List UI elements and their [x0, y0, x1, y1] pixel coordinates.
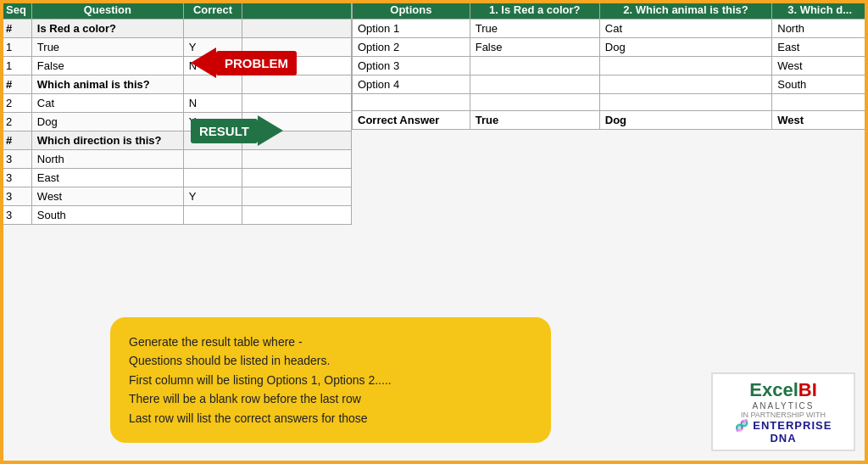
left-table-row: #Which direction is this?: [1, 131, 352, 150]
cell-seq: #: [1, 131, 32, 150]
problem-arrow: PROBLEM: [191, 48, 297, 78]
cell-question: Cat: [31, 94, 183, 113]
cell-seq: 1: [1, 57, 32, 75]
cell-col3: West: [772, 57, 868, 75]
right-table-header-row: Options 1. Is Red a color? 2. Which anim…: [353, 1, 868, 20]
logo-bi: BI: [798, 379, 817, 400]
col-q3: 3. Which d...: [772, 1, 868, 20]
cell-seq: 2: [1, 113, 32, 131]
col-q2: 2. Which animal is this?: [599, 1, 771, 20]
cell-question: Dog: [31, 113, 183, 131]
cell-col3: North: [772, 20, 868, 38]
right-table: Options 1. Is Red a color? 2. Which anim…: [352, 0, 868, 130]
cell-col3: East: [772, 38, 868, 57]
cell-question: North: [31, 150, 183, 169]
cell-col1: [470, 57, 599, 75]
cell-seq: 3: [1, 169, 32, 187]
right-table-row: Option 2FalseDogEast: [353, 38, 868, 57]
logo-analytics: ANALYTICS: [721, 401, 845, 411]
col-seq: Seq: [1, 1, 32, 20]
logo-box: ExcelBI ANALYTICS IN PARTNERSHIP WITH 🧬 …: [711, 372, 855, 451]
cell-col2: [599, 94, 771, 111]
cell-seq: 2: [1, 94, 32, 113]
cell-col1: False: [470, 38, 599, 57]
green-arrow-icon: [258, 115, 283, 146]
cell-arrow-area: [242, 206, 352, 225]
col-q1: 1. Is Red a color?: [470, 1, 599, 20]
cell-col1: True: [470, 111, 599, 130]
left-table-row: 1FalseN: [1, 57, 352, 75]
col-correct: Correct: [183, 1, 242, 20]
left-table-row: 2CatN: [1, 94, 352, 113]
left-table-row: 1TrueY: [1, 38, 352, 57]
left-table-row: #Is Red a color?: [1, 20, 352, 38]
cell-arrow-area: [242, 187, 352, 206]
right-table-row: Option 1TrueCatNorth: [353, 20, 868, 38]
cell-seq: 3: [1, 206, 32, 225]
cell-seq: #: [1, 20, 32, 38]
cell-correct: [183, 20, 242, 38]
left-table-container: Seq Question Correct #Is Red a color?1Tr…: [0, 0, 352, 225]
logo-title: ExcelBI: [721, 379, 845, 401]
result-label: RESULT: [191, 119, 258, 143]
cell-option: Option 4: [353, 75, 470, 94]
result-arrow: RESULT: [191, 115, 283, 146]
col-empty: [242, 1, 352, 20]
logo-partnership: IN PARTNERSHIP WITH: [721, 411, 845, 419]
cell-option: Correct Answer: [353, 111, 470, 130]
cell-question: East: [31, 169, 183, 187]
cell-question: True: [31, 38, 183, 57]
right-table-row: Correct AnswerTrueDogWest: [353, 111, 868, 130]
cell-correct: [183, 206, 242, 225]
col-question: Question: [31, 1, 183, 20]
info-line5: Last row will list the correct answers f…: [129, 409, 532, 428]
cell-option: Option 2: [353, 38, 470, 57]
info-box: Generate the result table where - Questi…: [110, 317, 551, 443]
cell-arrow-area: [242, 169, 352, 187]
red-arrow-icon: [191, 48, 216, 78]
cell-correct: [183, 150, 242, 169]
cell-seq: 3: [1, 150, 32, 169]
left-table-row: 2DogY: [1, 113, 352, 131]
cell-col2: [599, 75, 771, 94]
cell-col3: [772, 94, 868, 111]
problem-label: PROBLEM: [216, 51, 297, 75]
left-table-row: #Which animal is this?: [1, 75, 352, 94]
cell-col2: Dog: [599, 111, 771, 130]
cell-col2: [599, 57, 771, 75]
cell-option: [353, 94, 470, 111]
cell-col1: [470, 94, 599, 111]
cell-arrow-area: [242, 20, 352, 38]
cell-question: Which animal is this?: [31, 75, 183, 94]
info-line2: Questions should be listed in headers.: [129, 351, 532, 370]
cell-seq: 1: [1, 38, 32, 57]
left-table: Seq Question Correct #Is Red a color?1Tr…: [0, 0, 352, 225]
logo-enterprise: 🧬 ENTERPRISE DNA: [721, 419, 845, 444]
left-table-header-row: Seq Question Correct: [1, 1, 352, 20]
cell-col1: True: [470, 20, 599, 38]
right-table-row: [353, 94, 868, 111]
cell-option: Option 1: [353, 20, 470, 38]
cell-seq: 3: [1, 187, 32, 206]
cell-col1: [470, 75, 599, 94]
info-line3: First column will be listing Options 1, …: [129, 371, 532, 389]
logo-excel: Excel: [749, 379, 798, 400]
cell-correct: [183, 169, 242, 187]
cell-correct: N: [183, 94, 242, 113]
left-table-row: 3WestY: [1, 187, 352, 206]
left-table-row: 3East: [1, 169, 352, 187]
right-table-row: Option 4South: [353, 75, 868, 94]
cell-correct: Y: [183, 187, 242, 206]
cell-col2: Cat: [599, 20, 771, 38]
cell-question: False: [31, 57, 183, 75]
left-table-row: 3South: [1, 206, 352, 225]
cell-arrow-area: [242, 94, 352, 113]
cell-col3: West: [772, 111, 868, 130]
cell-question: Which direction is this?: [31, 131, 183, 150]
info-line1: Generate the result table where -: [129, 333, 532, 351]
cell-arrow-area: [242, 150, 352, 169]
cell-option: Option 3: [353, 57, 470, 75]
cell-col3: South: [772, 75, 868, 94]
cell-col2: Dog: [599, 38, 771, 57]
left-table-row: 3North: [1, 150, 352, 169]
